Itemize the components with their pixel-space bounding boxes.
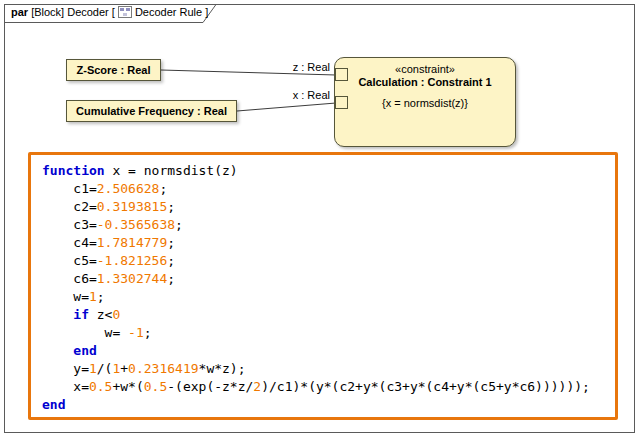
- tab-label: par [Block] Decoder [ Decoder Rule ]: [11, 6, 208, 18]
- param-zscore[interactable]: Z-Score : Real: [66, 59, 161, 81]
- code-line: c3=-0.3565638;: [42, 216, 611, 234]
- param-cumulative-frequency[interactable]: Cumulative Frequency : Real: [66, 100, 237, 122]
- constraint-expression: {x = normsdist(z)}: [335, 97, 515, 109]
- code-line: c2=0.3193815;: [42, 198, 611, 216]
- diagram-canvas: par [Block] Decoder [ Decoder Rule ] Z-S…: [0, 0, 640, 438]
- code-line: c4=1.7814779;: [42, 234, 611, 252]
- diagram-frame-tab[interactable]: par [Block] Decoder [ Decoder Rule ]: [4, 4, 218, 23]
- tab-keyword: par: [11, 6, 28, 18]
- constraint-title: Calculation : Constraint 1: [335, 76, 515, 88]
- tab-diagram-name: Decoder Rule: [135, 6, 202, 18]
- parametric-diagram-icon: [118, 6, 132, 18]
- code-line: x=0.5+w*(0.5-(exp(-z*z/2)/c1)*(y*(c2+y*(…: [42, 378, 611, 396]
- code-block: function x = normsdist(z) c1=2.506628; c…: [31, 155, 615, 414]
- constraint-block[interactable]: «constraint» Calculation : Constraint 1 …: [334, 57, 516, 147]
- code-line: end: [42, 342, 611, 360]
- code-line: c5=-1.821256;: [42, 252, 611, 270]
- code-line: w= -1;: [42, 324, 611, 342]
- tab-context: [Block] Decoder [: [31, 6, 115, 18]
- connector-label-z: z : Real: [270, 61, 330, 73]
- code-line: function x = normsdist(z): [42, 162, 611, 180]
- code-panel[interactable]: function x = normsdist(z) c1=2.506628; c…: [28, 152, 618, 420]
- constraint-stereotype: «constraint»: [335, 63, 515, 75]
- code-line: w=1;: [42, 288, 611, 306]
- tab-suffix: ]: [205, 6, 208, 18]
- code-line: c1=2.506628;: [42, 180, 611, 198]
- connector-label-x: x : Real: [270, 89, 330, 101]
- code-line: end: [42, 396, 611, 414]
- code-line: c6=1.3302744;: [42, 270, 611, 288]
- code-line: y=1/(1+0.2316419*w*z);: [42, 360, 611, 378]
- port-z[interactable]: [335, 68, 348, 81]
- code-line: if z<0: [42, 306, 611, 324]
- port-x[interactable]: [335, 96, 348, 109]
